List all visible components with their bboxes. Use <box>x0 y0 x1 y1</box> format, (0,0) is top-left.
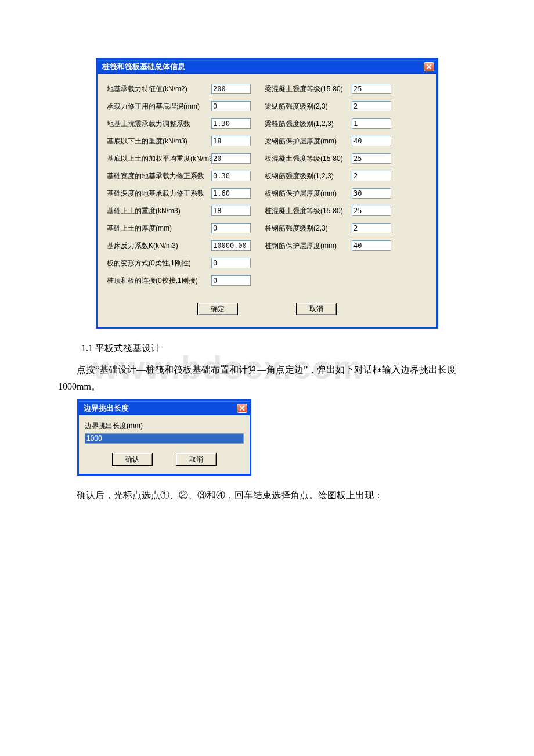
close-icon <box>426 64 432 70</box>
dialog-title: 桩筏和筏板基础总体信息 <box>102 62 185 72</box>
input-beam-longitudinal[interactable] <box>352 101 391 111</box>
input-soil-thickness[interactable] <box>211 223 251 233</box>
body-text: 点按“基础设计—桩筏和筏板基础布置和计算—角点定边”，弹出如下对话框输入边界挑出… <box>0 362 534 395</box>
field-label: 梁纵筋强度级别(2,3) <box>265 102 328 111</box>
field-label: 基础宽度的地基承载力修正系数 <box>107 171 204 181</box>
field-label: 边界挑出长度(mm) <box>85 421 244 431</box>
section-heading: 1.1 平板式筏基设计 <box>0 340 534 357</box>
field-label: 基床反力系数K(kN/m3) <box>107 241 178 251</box>
input-pile-concrete[interactable] <box>352 206 391 216</box>
field-label: 板钢筋保护层厚度(mm) <box>265 189 337 199</box>
input-slab-cover[interactable] <box>352 188 391 199</box>
input-bearing-capacity[interactable] <box>211 84 251 94</box>
input-soil-weight-below[interactable] <box>211 136 251 146</box>
cancel-button[interactable]: 取消 <box>296 303 337 315</box>
dialog-boundary-offset: 边界挑出长度 边界挑出长度(mm) 确认 取消 <box>77 399 251 476</box>
input-beam-cover[interactable] <box>352 136 391 146</box>
titlebar[interactable]: 桩筏和筏板基础总体信息 <box>98 60 436 74</box>
field-label: 基底以上土的加权平均重度(kN/m3) <box>107 154 215 164</box>
dialog-title: 边界挑出长度 <box>84 403 129 413</box>
close-button[interactable] <box>237 404 247 413</box>
field-label: 基础上土的重度(kN/m3) <box>107 206 181 216</box>
field-label: 板的变形方式(0柔性,1刚性) <box>107 258 191 268</box>
field-label: 桩钢筋强度级别(2,3) <box>265 224 328 233</box>
dialog-foundation-info: 桩筏和筏板基础总体信息 地基承载力特征值(kN/m2) 承载力修正用的基底埋深(… <box>96 58 438 329</box>
input-pile-connect[interactable] <box>211 275 251 286</box>
close-button[interactable] <box>424 62 434 71</box>
close-icon <box>239 405 245 411</box>
input-slab-rebar[interactable] <box>352 171 391 181</box>
titlebar[interactable]: 边界挑出长度 <box>79 401 250 415</box>
field-label: 桩顶和板的连接(0铰接,1刚接) <box>107 276 198 286</box>
dialog-body: 边界挑出长度(mm) 确认 取消 <box>79 415 250 474</box>
input-depth-correction[interactable] <box>211 188 251 199</box>
field-label: 承载力修正用的基底埋深(mm) <box>107 102 200 111</box>
input-soil-weight-above[interactable] <box>211 153 251 164</box>
field-label: 板混凝土强度等级(15-80) <box>265 154 343 164</box>
input-slab-concrete[interactable] <box>352 153 391 164</box>
input-burial-depth[interactable] <box>211 101 251 111</box>
input-boundary-length[interactable] <box>85 433 244 444</box>
field-label: 桩混凝土强度等级(15-80) <box>265 206 343 216</box>
input-soil-weight-on[interactable] <box>211 206 251 216</box>
field-label: 板钢筋强度级别(1,2,3) <box>265 171 334 181</box>
field-label: 梁混凝土强度等级(15-80) <box>265 84 343 94</box>
field-label: 基础深度的地基承载力修正系数 <box>107 189 204 199</box>
input-seismic-factor[interactable] <box>211 118 251 129</box>
field-label: 桩钢筋保护层厚度(mm) <box>265 241 337 251</box>
input-pile-cover[interactable] <box>352 240 391 251</box>
ok-button[interactable]: 确认 <box>112 453 153 466</box>
field-label: 地基土抗震承载力调整系数 <box>107 119 190 129</box>
ok-button[interactable]: 确定 <box>197 303 238 315</box>
input-pile-rebar[interactable] <box>352 223 391 233</box>
dialog-body: 地基承载力特征值(kN/m2) 承载力修正用的基底埋深(mm) 地基土抗震承载力… <box>98 74 436 327</box>
field-label: 基础上土的厚度(mm) <box>107 224 172 233</box>
field-label: 基底以下土的重度(kN/m3) <box>107 136 187 146</box>
field-label: 梁箍筋强度级别(1,2,3) <box>265 119 334 129</box>
cancel-button[interactable]: 取消 <box>176 453 217 466</box>
input-subgrade-k[interactable] <box>211 240 251 251</box>
body-text: 确认后，光标点选点①、②、③和④，回车结束选择角点。绘图板上出现： <box>0 487 534 504</box>
input-plate-deform[interactable] <box>211 258 251 268</box>
input-beam-stirrup[interactable] <box>352 118 391 129</box>
field-label: 梁钢筋保护层厚度(mm) <box>265 136 337 146</box>
field-label: 地基承载力特征值(kN/m2) <box>107 84 187 94</box>
input-width-correction[interactable] <box>211 171 251 181</box>
input-beam-concrete[interactable] <box>352 84 391 94</box>
